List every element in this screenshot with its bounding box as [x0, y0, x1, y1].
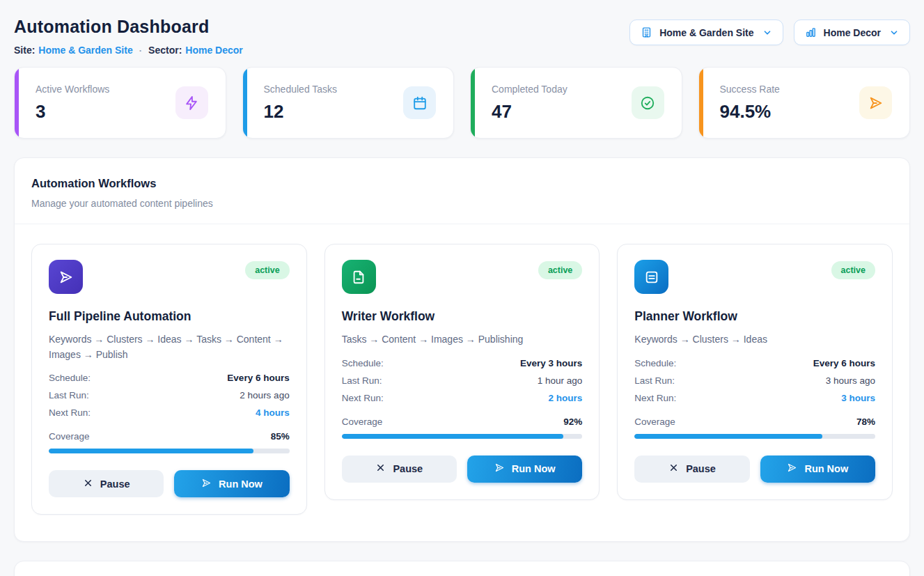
sector-selector-dropdown[interactable]: Home Decor	[794, 20, 910, 45]
section-subtitle: Manage your automated content pipelines	[31, 198, 893, 209]
sector-selector-label: Home Decor	[824, 27, 881, 38]
workflow-card-writer: active Writer Workflow Tasks → Content →…	[324, 244, 600, 500]
next-run-row: Next Run: 2 hours	[342, 393, 583, 403]
workflow-description: Keywords → Clusters → Ideas	[634, 332, 875, 348]
lightning-icon	[175, 86, 208, 119]
sector-link[interactable]: Home Decor	[185, 45, 242, 56]
workflow-card-top: active	[49, 260, 290, 294]
coverage-progressbar	[49, 449, 290, 453]
dot-separator: ·	[139, 45, 142, 56]
workflow-details: Schedule: Every 6 hours Last Run: 2 hour…	[49, 373, 290, 418]
coverage-progress-fill	[49, 449, 253, 453]
workflow-actions: Pause Run Now	[49, 470, 290, 497]
coverage-block: Coverage 78%	[634, 417, 875, 439]
x-icon	[375, 462, 386, 475]
coverage-row: Coverage 78%	[634, 417, 875, 427]
workflow-card-full-pipeline: active Full Pipeline Automation Keywords…	[31, 244, 307, 515]
stat-value: 94.5%	[720, 101, 780, 123]
stat-card-success-rate: Success Rate 94.5%	[698, 67, 911, 139]
stat-label: Completed Today	[492, 84, 567, 95]
coverage-progressbar	[342, 434, 583, 439]
stat-text: Active Workflows 3	[36, 84, 109, 123]
chevron-down-icon	[889, 28, 899, 38]
stat-label: Success Rate	[720, 84, 780, 95]
run-now-button[interactable]: Run Now	[760, 456, 875, 483]
workflow-title: Planner Workflow	[634, 309, 875, 324]
workflow-grid: active Full Pipeline Automation Keywords…	[31, 244, 893, 515]
site-selector-dropdown[interactable]: Home & Garden Site	[629, 20, 783, 45]
send-icon	[201, 478, 212, 490]
chevron-down-icon	[762, 28, 772, 38]
send-icon	[859, 86, 892, 119]
workflow-actions: Pause Run Now	[634, 456, 875, 483]
site-selector-label: Home & Garden Site	[659, 27, 753, 38]
bar-chart-icon	[805, 26, 817, 38]
sector-label: Sector:	[148, 45, 182, 56]
coverage-progressbar	[634, 434, 875, 439]
coverage-block: Coverage 85%	[49, 431, 290, 453]
calendar-icon	[403, 86, 436, 119]
header-selectors: Home & Garden Site Home Decor	[629, 20, 910, 45]
schedule-row: Schedule: Every 6 hours	[49, 373, 290, 383]
automation-steps-section: Automation Steps Configure which steps a…	[14, 561, 910, 576]
breadcrumb: Site: Home & Garden Site · Sector: Home …	[14, 45, 246, 56]
page-title: Automation Dashboard	[14, 17, 246, 37]
workflow-details: Schedule: Every 6 hours Last Run: 3 hour…	[634, 358, 875, 403]
stat-label: Scheduled Tasks	[264, 84, 338, 95]
status-badge: active	[245, 261, 289, 279]
last-run-row: Last Run: 3 hours ago	[634, 375, 875, 386]
site-link[interactable]: Home & Garden Site	[38, 45, 132, 56]
next-run-row: Next Run: 3 hours	[634, 393, 875, 403]
workflow-card-top: active	[342, 260, 583, 294]
workflow-card-top: active	[634, 260, 875, 294]
workflow-title: Writer Workflow	[342, 309, 583, 324]
x-icon	[668, 462, 679, 475]
workflow-card-planner: active Planner Workflow Keywords → Clust…	[617, 244, 893, 500]
workflow-actions: Pause Run Now	[342, 456, 583, 483]
last-run-row: Last Run: 1 hour ago	[342, 375, 583, 386]
workflow-description: Tasks → Content → Images → Publishing	[342, 332, 583, 348]
stat-card-active-workflows: Active Workflows 3	[14, 67, 226, 139]
automation-dashboard-page: Automation Dashboard Site: Home & Garden…	[0, 0, 924, 576]
workflow-details: Schedule: Every 3 hours Last Run: 1 hour…	[342, 358, 583, 403]
stat-text: Success Rate 94.5%	[720, 84, 780, 123]
file-icon	[342, 260, 376, 294]
coverage-progress-fill	[342, 434, 563, 439]
stat-card-completed-today: Completed Today 47	[470, 67, 682, 139]
send-icon	[494, 462, 505, 475]
last-run-row: Last Run: 2 hours ago	[49, 390, 290, 400]
workflow-description: Keywords → Clusters → Ideas → Tasks → Co…	[49, 332, 290, 362]
next-run-row: Next Run: 4 hours	[49, 407, 290, 418]
pause-button[interactable]: Pause	[634, 456, 749, 483]
note-icon	[634, 260, 668, 294]
run-now-button[interactable]: Run Now	[467, 456, 582, 483]
title-block: Automation Dashboard Site: Home & Garden…	[14, 14, 246, 56]
automation-workflows-section: Automation Workflows Manage your automat…	[14, 157, 910, 542]
workflow-title: Full Pipeline Automation	[49, 309, 290, 324]
stat-text: Completed Today 47	[492, 84, 567, 123]
stat-value: 3	[36, 101, 109, 123]
stat-card-scheduled-tasks: Scheduled Tasks 12	[242, 67, 455, 139]
stat-text: Scheduled Tasks 12	[264, 84, 338, 123]
workflows-section-header: Automation Workflows Manage your automat…	[15, 158, 909, 224]
send-icon	[49, 260, 83, 294]
workflows-section-body: active Full Pipeline Automation Keywords…	[15, 224, 909, 541]
schedule-row: Schedule: Every 6 hours	[634, 358, 875, 368]
pause-button[interactable]: Pause	[49, 470, 164, 497]
building-icon	[641, 26, 652, 38]
send-icon	[787, 462, 797, 475]
pause-button[interactable]: Pause	[342, 456, 457, 483]
run-now-button[interactable]: Run Now	[174, 470, 289, 497]
coverage-row: Coverage 85%	[49, 431, 290, 442]
section-title: Automation Workflows	[31, 177, 893, 190]
site-label: Site:	[14, 45, 35, 56]
check-circle-icon	[632, 86, 664, 119]
stat-value: 12	[264, 101, 338, 123]
coverage-row: Coverage 92%	[342, 417, 583, 427]
stats-row: Active Workflows 3 Scheduled Tasks 12 Co…	[14, 67, 910, 139]
steps-section-header: Automation Steps Configure which steps a…	[15, 561, 909, 576]
coverage-block: Coverage 92%	[342, 417, 583, 439]
stat-value: 47	[492, 101, 567, 123]
coverage-progress-fill	[634, 434, 822, 439]
status-badge: active	[831, 261, 875, 279]
